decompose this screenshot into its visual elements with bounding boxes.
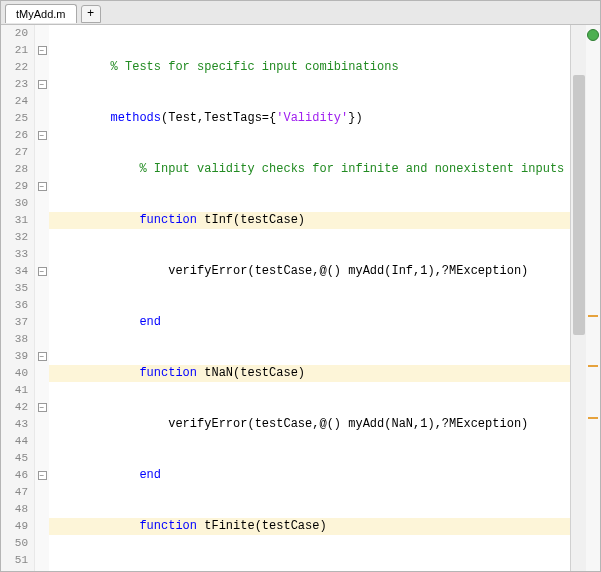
- line-number: 25: [1, 110, 28, 127]
- fold-cell: [35, 93, 49, 110]
- fold-cell[interactable]: −: [35, 263, 49, 280]
- fold-cell: [35, 450, 49, 467]
- line-number: 46: [1, 467, 28, 484]
- line-number: 21: [1, 42, 28, 59]
- fold-cell: [35, 229, 49, 246]
- fold-cell: [35, 161, 49, 178]
- code-line: methods(Test,TestTags={'Validity'}): [49, 110, 570, 127]
- marker-strip: [586, 25, 600, 571]
- fold-cell[interactable]: −: [35, 76, 49, 93]
- fold-toggle-icon[interactable]: −: [38, 80, 47, 89]
- line-number: 51: [1, 552, 28, 569]
- code-line: end: [49, 314, 570, 331]
- file-tab[interactable]: tMyAdd.m: [5, 4, 77, 23]
- fold-cell: [35, 484, 49, 501]
- fold-toggle-icon[interactable]: −: [38, 403, 47, 412]
- code-line: verifyError(testCase,@() myAdd(Inf,1),?M…: [49, 263, 570, 280]
- editor-body: 2021222324252627282930313233343536373839…: [1, 25, 600, 571]
- line-number: 23: [1, 76, 28, 93]
- line-number: 38: [1, 331, 28, 348]
- code-line: % Tests for specific input comibinations: [49, 59, 570, 76]
- fold-cell[interactable]: −: [35, 348, 49, 365]
- code-marker[interactable]: [588, 315, 598, 317]
- fold-cell: [35, 59, 49, 76]
- fold-cell: [35, 110, 49, 127]
- fold-cell[interactable]: −: [35, 178, 49, 195]
- line-number: 29: [1, 178, 28, 195]
- fold-cell: [35, 297, 49, 314]
- code-line: function tFinite(testCase): [49, 518, 570, 535]
- fold-cell: [35, 433, 49, 450]
- code-area[interactable]: % Tests for specific input comibinations…: [49, 25, 570, 571]
- line-number: 35: [1, 280, 28, 297]
- editor-window: tMyAdd.m + 20212223242526272829303132333…: [0, 0, 601, 572]
- line-number: 50: [1, 535, 28, 552]
- code-line: function tInf(testCase): [49, 212, 570, 229]
- fold-cell[interactable]: −: [35, 399, 49, 416]
- line-number: 30: [1, 195, 28, 212]
- fold-cell: [35, 416, 49, 433]
- line-number: 33: [1, 246, 28, 263]
- fold-toggle-icon[interactable]: −: [38, 267, 47, 276]
- line-number: 44: [1, 433, 28, 450]
- code-line: % Input validity checks for infinite and…: [49, 161, 570, 178]
- fold-cell: [35, 552, 49, 569]
- fold-cell: [35, 365, 49, 382]
- line-number: 37: [1, 314, 28, 331]
- fold-cell: [35, 331, 49, 348]
- line-number: 34: [1, 263, 28, 280]
- line-number: 28: [1, 161, 28, 178]
- fold-cell: [35, 314, 49, 331]
- fold-cell: [35, 535, 49, 552]
- fold-cell: [35, 195, 49, 212]
- line-number: 39: [1, 348, 28, 365]
- line-number-gutter: 2021222324252627282930313233343536373839…: [1, 25, 35, 571]
- fold-toggle-icon[interactable]: −: [38, 352, 47, 361]
- line-number: 45: [1, 450, 28, 467]
- fold-cell: [35, 518, 49, 535]
- vertical-scrollbar[interactable]: [570, 25, 586, 571]
- fold-cell[interactable]: −: [35, 467, 49, 484]
- code-line: function tNaN(testCase): [49, 365, 570, 382]
- fold-toggle-icon[interactable]: −: [38, 182, 47, 191]
- fold-cell: [35, 212, 49, 229]
- status-ok-icon: [587, 29, 599, 41]
- line-number: 26: [1, 127, 28, 144]
- add-tab-button[interactable]: +: [81, 5, 101, 23]
- line-number: 48: [1, 501, 28, 518]
- fold-cell: [35, 501, 49, 518]
- fold-toggle-icon[interactable]: −: [38, 46, 47, 55]
- code-marker[interactable]: [588, 417, 598, 419]
- fold-cell[interactable]: −: [35, 127, 49, 144]
- line-number: 40: [1, 365, 28, 382]
- line-number: 42: [1, 399, 28, 416]
- fold-cell: [35, 280, 49, 297]
- line-number: 31: [1, 212, 28, 229]
- line-number: 27: [1, 144, 28, 161]
- line-number: 36: [1, 297, 28, 314]
- tab-bar: tMyAdd.m +: [1, 1, 600, 25]
- line-number: 47: [1, 484, 28, 501]
- fold-cell[interactable]: −: [35, 42, 49, 59]
- line-number: 49: [1, 518, 28, 535]
- fold-cell: [35, 25, 49, 42]
- fold-column: −−−−−−−−: [35, 25, 49, 571]
- code-line: verifyError(testCase,@() myAdd(NaN,1),?M…: [49, 416, 570, 433]
- line-number: 32: [1, 229, 28, 246]
- fold-cell: [35, 382, 49, 399]
- fold-cell: [35, 246, 49, 263]
- code-line: end: [49, 467, 570, 484]
- line-number: 24: [1, 93, 28, 110]
- line-number: 20: [1, 25, 28, 42]
- line-number: 22: [1, 59, 28, 76]
- code-line: verifyError(testCase,@() myAdd(NaN,Inf),…: [49, 569, 570, 571]
- fold-toggle-icon[interactable]: −: [38, 471, 47, 480]
- fold-toggle-icon[interactable]: −: [38, 131, 47, 140]
- line-number: 41: [1, 382, 28, 399]
- code-marker[interactable]: [588, 365, 598, 367]
- scrollbar-thumb[interactable]: [573, 75, 585, 335]
- fold-cell: [35, 144, 49, 161]
- line-number: 43: [1, 416, 28, 433]
